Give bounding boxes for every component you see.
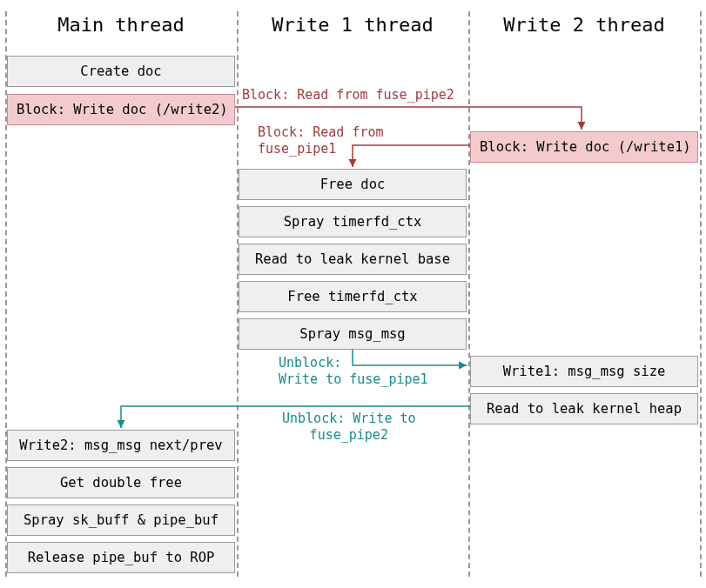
- label-text-line: Block: Read from: [258, 124, 384, 140]
- diagram-canvas: Main thread Write 1 thread Write 2 threa…: [0, 0, 706, 588]
- step-free-timerfd: Free timerfd_ctx: [239, 281, 467, 312]
- step-spray-msgmsg: Spray msg_msg: [239, 318, 467, 350]
- label-text-line: fuse_pipe1: [258, 141, 336, 157]
- step-spray-timerfd: Spray timerfd_ctx: [239, 206, 467, 237]
- step-double-free: Get double free: [7, 467, 235, 498]
- step-create-doc: Create doc: [7, 56, 235, 87]
- label-text-line: Write to fuse_pipe1: [279, 371, 428, 387]
- lane-line: [700, 11, 702, 577]
- label-text-line: fuse_pipe2: [310, 427, 388, 443]
- step-write2-msg-nextprev: Write2: msg_msg next/prev: [7, 430, 235, 461]
- lane-divider: [468, 11, 470, 577]
- label-block-read-pipe2: Block: Read from fuse_pipe2: [242, 87, 454, 104]
- label-block-read-pipe1: Block: Read from fuse_pipe1: [258, 124, 384, 157]
- step-block-write2: Block: Write doc (/write2): [7, 94, 235, 125]
- column-header-write1: Write 1 thread: [237, 14, 468, 36]
- step-write1-msg-size: Write1: msg_msg size: [470, 356, 698, 387]
- label-text-line: Unblock:: [279, 355, 341, 371]
- step-read-kernel-base: Read to leak kernel base: [239, 244, 467, 275]
- step-read-kernel-heap: Read to leak kernel heap: [470, 393, 698, 424]
- label-unblock-pipe2: Unblock: Write to fuse_pipe2: [282, 411, 416, 444]
- step-spray-skbuf-pipebuf: Spray sk_buff & pipe_buf: [7, 504, 235, 536]
- step-free-doc: Free doc: [239, 169, 467, 200]
- column-header-write2: Write 2 thread: [468, 14, 700, 36]
- label-text-line: Unblock: Write to: [282, 411, 416, 426]
- step-block-write1: Block: Write doc (/write1): [470, 131, 698, 163]
- label-unblock-pipe1: Unblock: Write to fuse_pipe1: [279, 355, 428, 388]
- step-release-pipebuf-rop: Release pipe_buf to ROP: [7, 542, 235, 573]
- column-header-main: Main thread: [5, 14, 237, 36]
